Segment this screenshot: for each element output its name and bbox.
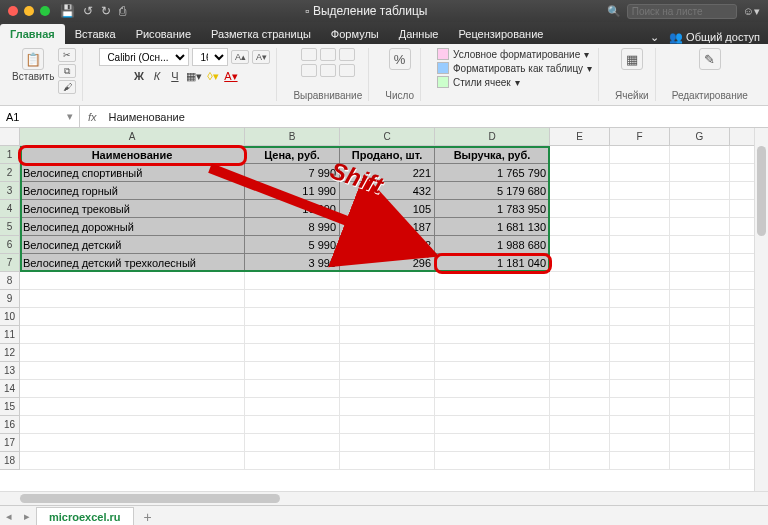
tab-формулы[interactable]: Формулы (321, 24, 389, 44)
percent-icon[interactable]: % (389, 48, 411, 70)
cell-A8[interactable] (20, 272, 245, 290)
col-header-E[interactable]: E (550, 128, 610, 146)
cell-F4[interactable] (610, 200, 670, 218)
cell-B13[interactable] (245, 362, 340, 380)
cell-F6[interactable] (610, 236, 670, 254)
cell-G8[interactable] (670, 272, 730, 290)
col-header-A[interactable]: A (20, 128, 245, 146)
cell-A14[interactable] (20, 380, 245, 398)
cell-E18[interactable] (550, 452, 610, 470)
cell-B17[interactable] (245, 434, 340, 452)
cell-B8[interactable] (245, 272, 340, 290)
cell-G15[interactable] (670, 398, 730, 416)
cell-F13[interactable] (610, 362, 670, 380)
cell-F17[interactable] (610, 434, 670, 452)
cell-A15[interactable] (20, 398, 245, 416)
cell-F18[interactable] (610, 452, 670, 470)
cell-G9[interactable] (670, 290, 730, 308)
cell-E14[interactable] (550, 380, 610, 398)
row-header-13[interactable]: 13 (0, 362, 20, 380)
increase-font-button[interactable]: A▴ (231, 50, 249, 64)
cell-D17[interactable] (435, 434, 550, 452)
row-header-9[interactable]: 9 (0, 290, 20, 308)
cell-C11[interactable] (340, 326, 435, 344)
font-name-select[interactable]: Calibri (Осн... (99, 48, 189, 66)
cell-C16[interactable] (340, 416, 435, 434)
row-header-17[interactable]: 17 (0, 434, 20, 452)
cell-G10[interactable] (670, 308, 730, 326)
cell-B10[interactable] (245, 308, 340, 326)
row-header-11[interactable]: 11 (0, 326, 20, 344)
share-button[interactable]: 👥 Общий доступ (669, 31, 760, 44)
cell-A16[interactable] (20, 416, 245, 434)
cell-G6[interactable] (670, 236, 730, 254)
cell-C15[interactable] (340, 398, 435, 416)
row-header-6[interactable]: 6 (0, 236, 20, 254)
cell-D12[interactable] (435, 344, 550, 362)
close-window-button[interactable] (8, 6, 18, 16)
cell-F8[interactable] (610, 272, 670, 290)
cell-A13[interactable] (20, 362, 245, 380)
tab-данные[interactable]: Данные (389, 24, 449, 44)
save-icon[interactable]: 💾 (60, 4, 75, 18)
cell-G12[interactable] (670, 344, 730, 362)
add-sheet-button[interactable]: + (134, 509, 162, 525)
fill-color-button[interactable]: ◊▾ (206, 70, 220, 83)
cell-B12[interactable] (245, 344, 340, 362)
cell-E11[interactable] (550, 326, 610, 344)
cell-F10[interactable] (610, 308, 670, 326)
cell-B11[interactable] (245, 326, 340, 344)
cell-F3[interactable] (610, 182, 670, 200)
row-header-10[interactable]: 10 (0, 308, 20, 326)
cell-F7[interactable] (610, 254, 670, 272)
row-header-3[interactable]: 3 (0, 182, 20, 200)
cell-G13[interactable] (670, 362, 730, 380)
cell-C17[interactable] (340, 434, 435, 452)
cell-E7[interactable] (550, 254, 610, 272)
cell-styles-button[interactable]: Стили ячеек ▾ (437, 76, 592, 88)
row-header-2[interactable]: 2 (0, 164, 20, 182)
row-header-1[interactable]: 1 (0, 146, 20, 164)
cell-E8[interactable] (550, 272, 610, 290)
sheet-nav-prev[interactable]: ◂ (0, 510, 18, 523)
cell-A17[interactable] (20, 434, 245, 452)
chevron-down-icon[interactable]: ▾ (67, 110, 73, 123)
align-top-button[interactable] (301, 48, 317, 61)
tab-вставка[interactable]: Вставка (65, 24, 126, 44)
name-box[interactable]: A1▾ (0, 106, 80, 127)
undo-icon[interactable]: ↺ (83, 4, 93, 18)
cell-G18[interactable] (670, 452, 730, 470)
cell-E16[interactable] (550, 416, 610, 434)
collapse-ribbon-icon[interactable]: ⌄ (650, 31, 659, 44)
fx-icon[interactable]: fx (80, 111, 105, 123)
cell-B15[interactable] (245, 398, 340, 416)
vertical-scrollbar[interactable] (754, 128, 768, 491)
cell-C12[interactable] (340, 344, 435, 362)
row-header-18[interactable]: 18 (0, 452, 20, 470)
italic-button[interactable]: К (150, 70, 164, 83)
cell-E1[interactable] (550, 146, 610, 164)
cell-B14[interactable] (245, 380, 340, 398)
cell-G5[interactable] (670, 218, 730, 236)
cell-G4[interactable] (670, 200, 730, 218)
cell-E15[interactable] (550, 398, 610, 416)
col-header-C[interactable]: C (340, 128, 435, 146)
cell-C18[interactable] (340, 452, 435, 470)
cell-E6[interactable] (550, 236, 610, 254)
redo-icon[interactable]: ↻ (101, 4, 111, 18)
cell-G16[interactable] (670, 416, 730, 434)
cell-C8[interactable] (340, 272, 435, 290)
cell-A12[interactable] (20, 344, 245, 362)
border-button[interactable]: ▦▾ (186, 70, 202, 83)
cell-G7[interactable] (670, 254, 730, 272)
cell-D8[interactable] (435, 272, 550, 290)
col-header-D[interactable]: D (435, 128, 550, 146)
cell-C9[interactable] (340, 290, 435, 308)
cell-E12[interactable] (550, 344, 610, 362)
editing-button[interactable]: ✎ (699, 48, 721, 70)
spreadsheet-grid[interactable]: ABCDEFGH 123456789101112131415161718 Наи… (0, 128, 768, 491)
copy-button[interactable]: ⧉ (58, 64, 76, 78)
tab-главная[interactable]: Главная (0, 24, 65, 44)
row-header-12[interactable]: 12 (0, 344, 20, 362)
maximize-window-button[interactable] (40, 6, 50, 16)
